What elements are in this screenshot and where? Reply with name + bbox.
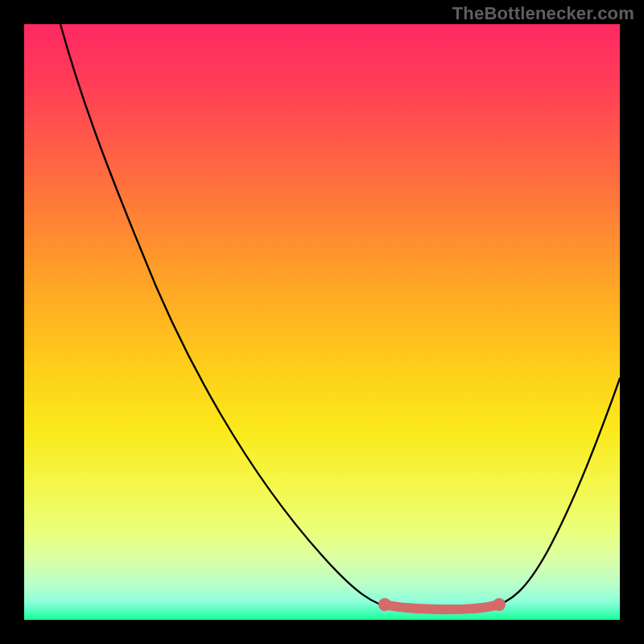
chart-valley-end-dot	[493, 598, 506, 611]
chart-curve	[60, 24, 620, 609]
chart-valley-highlight	[385, 605, 499, 609]
chart-curve-svg	[24, 24, 620, 620]
chart-valley-start-dot	[378, 598, 391, 611]
watermark-text: TheBottlenecker.com	[452, 3, 634, 24]
chart-plot-area	[24, 24, 620, 620]
